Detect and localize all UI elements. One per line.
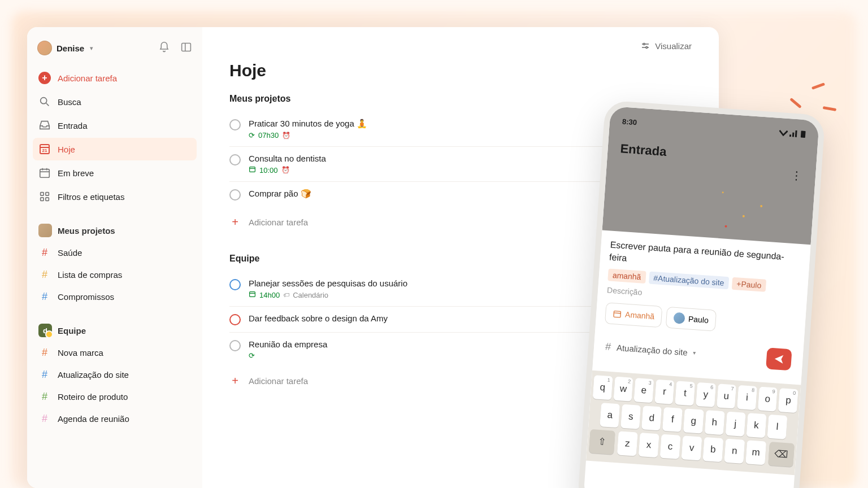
project-label: Atualização do site xyxy=(616,343,688,358)
key[interactable]: n xyxy=(724,438,745,463)
key[interactable]: e3 xyxy=(634,378,654,403)
hash-icon: # xyxy=(38,291,51,303)
key[interactable]: m xyxy=(745,440,766,465)
task-checkbox[interactable] xyxy=(229,189,241,201)
key[interactable]: h xyxy=(704,410,724,435)
key[interactable]: x xyxy=(639,433,659,457)
backspace-key[interactable]: ⌫ xyxy=(768,442,795,467)
task-checkbox[interactable] xyxy=(229,279,241,290)
bell-icon[interactable] xyxy=(158,41,170,55)
project-item[interactable]: #Atualização do site xyxy=(33,364,197,386)
key[interactable]: s xyxy=(620,404,641,429)
plus-icon: + xyxy=(229,216,241,229)
avatar xyxy=(37,41,52,55)
svg-line-3 xyxy=(46,103,49,106)
my-projects-header[interactable]: Meus projetos xyxy=(33,218,197,241)
project-item[interactable]: #Lista de compras xyxy=(33,264,197,286)
svg-rect-9 xyxy=(46,193,49,196)
phone-page-title: Entrada xyxy=(620,141,805,169)
nav-filters[interactable]: Filtros e etiquetas xyxy=(33,185,197,208)
project-item[interactable]: #Agenda de reunião xyxy=(33,408,197,430)
key[interactable]: l xyxy=(767,415,787,439)
key[interactable]: u7 xyxy=(717,384,736,408)
key[interactable]: d xyxy=(641,406,662,430)
key[interactable]: r4 xyxy=(654,380,674,404)
panel-toggle-icon[interactable] xyxy=(180,41,192,55)
plus-circle-icon: + xyxy=(38,72,51,84)
key[interactable]: i8 xyxy=(737,385,757,410)
svg-rect-20 xyxy=(801,130,806,138)
nav-search[interactable]: Busca xyxy=(33,90,197,113)
key[interactable]: a xyxy=(600,403,620,428)
key[interactable]: c xyxy=(660,434,681,459)
add-task-button[interactable]: + Adicionar tarefa xyxy=(33,67,197,89)
send-button[interactable] xyxy=(766,347,792,371)
task-time: 14h00 xyxy=(259,291,280,299)
keyboard[interactable]: q1w2e3r4t5y6u7i8o9p0 asdfghjkl ⇧ zxcvbnm… xyxy=(586,371,801,475)
add-task-label: Adicionar tarefa xyxy=(249,376,308,386)
key[interactable]: p0 xyxy=(778,388,798,413)
key[interactable]: j xyxy=(725,411,745,436)
status-icons xyxy=(779,128,806,138)
project-item[interactable]: #Saúde xyxy=(33,242,197,264)
task-checkbox[interactable] xyxy=(229,314,241,325)
task-checkbox[interactable] xyxy=(229,119,241,130)
add-task-label: Adicionar tarefa xyxy=(249,217,308,227)
project-item[interactable]: #Compromissos xyxy=(33,286,197,308)
hash-icon: # xyxy=(38,391,51,403)
phone-header: 8:30 Entrada ⋮ xyxy=(602,106,819,245)
team-header[interactable]: d Equipe xyxy=(33,318,197,341)
key[interactable]: q1 xyxy=(593,375,613,400)
svg-line-22 xyxy=(614,313,620,313)
user-menu[interactable]: Denise ▾ xyxy=(33,37,197,59)
alarm-icon: ⏰ xyxy=(281,166,290,174)
project-item[interactable]: #Roteiro de produto xyxy=(33,386,197,408)
project-label: Agenda de reunião xyxy=(58,414,129,424)
shift-key[interactable]: ⇧ xyxy=(589,429,615,455)
hash-icon: # xyxy=(38,347,51,359)
key[interactable]: k xyxy=(746,413,766,438)
svg-rect-4 xyxy=(40,169,50,178)
project-label: Roteiro de produto xyxy=(58,392,128,402)
due-date-pill[interactable]: Amanhã xyxy=(605,302,663,328)
pill-label: Paulo xyxy=(688,314,709,324)
nav-label: Em breve xyxy=(58,168,94,178)
hash-icon: # xyxy=(38,413,51,425)
page-title: Hoje xyxy=(229,61,692,80)
add-task-label: Adicionar tarefa xyxy=(58,73,117,83)
svg-rect-18 xyxy=(250,292,255,297)
nav-inbox[interactable]: Entrada xyxy=(33,114,197,137)
nav-upcoming[interactable]: Em breve xyxy=(33,162,197,184)
task-checkbox[interactable] xyxy=(229,340,241,351)
assignee-pill[interactable]: Paulo xyxy=(666,307,717,332)
hash-icon: # xyxy=(38,369,51,381)
svg-point-14 xyxy=(643,43,645,45)
key[interactable]: z xyxy=(617,431,638,456)
project-selector[interactable]: # Atualização do site ▾ xyxy=(605,341,696,359)
key[interactable]: o9 xyxy=(758,386,778,411)
team-avatar: d xyxy=(38,324,52,337)
project-label: Lista de compras xyxy=(58,270,122,280)
key[interactable]: t5 xyxy=(675,381,695,406)
task-checkbox[interactable] xyxy=(229,154,241,165)
key[interactable]: v xyxy=(682,435,702,460)
sliders-icon xyxy=(640,41,650,51)
pill-label: Amanhã xyxy=(625,310,655,321)
nav-label: Entrada xyxy=(58,121,88,130)
chip-assignee[interactable]: +Paulo xyxy=(732,277,766,291)
key[interactable]: y6 xyxy=(696,382,715,407)
view-button[interactable]: Visualizar xyxy=(640,41,692,51)
hash-icon: # xyxy=(38,269,51,281)
nav-today[interactable]: Hoje xyxy=(33,138,197,160)
more-icon[interactable]: ⋮ xyxy=(790,168,802,182)
key[interactable]: f xyxy=(662,407,683,432)
chip-project[interactable]: #Atualização do site xyxy=(649,271,730,289)
chip-due[interactable]: amanhã xyxy=(607,268,646,284)
project-item[interactable]: #Nova marca xyxy=(33,342,197,364)
calendar-icon xyxy=(249,290,256,299)
task-label: Calendário xyxy=(293,291,328,299)
key[interactable]: g xyxy=(683,408,704,433)
calendar-upcoming-icon xyxy=(38,167,51,179)
key[interactable]: w2 xyxy=(613,376,633,401)
key[interactable]: b xyxy=(702,437,723,462)
